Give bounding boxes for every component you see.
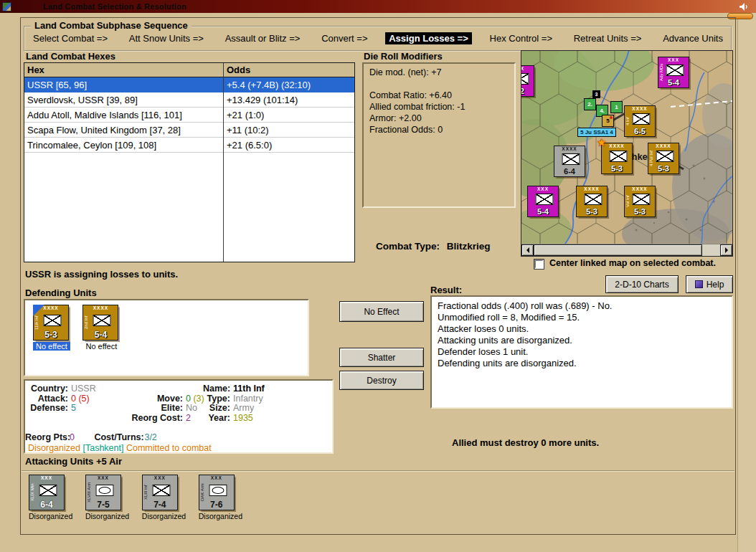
- unit-symbol-infantry: [39, 485, 57, 496]
- unit-strength-label: 6-4: [554, 167, 585, 176]
- elite-value: No: [186, 403, 197, 413]
- map-unit-counter[interactable]: XXXX Vol Inf 5-3: [624, 186, 656, 217]
- unit-strength-label: 7-6: [199, 500, 234, 509]
- map-stack-marker[interactable]: 5 Ju SSA1 4: [577, 128, 616, 137]
- table-row[interactable]: Scapa Flow, United Kingdom [37, 28] +11 …: [24, 123, 354, 138]
- hex-cell: Trincomalee, Ceylon [109, 108]: [24, 140, 223, 151]
- defending-unit-counter[interactable]: XXXX 2nd Inf 5-4: [82, 305, 118, 341]
- modifier-line: Armor: +2.00: [369, 113, 509, 125]
- result-line: Attacker loses 0 units.: [438, 323, 726, 335]
- size-value: Army: [233, 403, 254, 413]
- unit-strength-label: 5-4: [528, 207, 558, 216]
- table-row[interactable]: Sverdlovsk, USSR [39, 89] +13.429 (101:1…: [24, 92, 354, 108]
- defending-unit[interactable]: XXXX 2nd Inf 5-4 No effect: [82, 305, 120, 351]
- center-map-checkbox[interactable]: [534, 260, 544, 269]
- unit-status-label: Disorganized: [85, 512, 129, 520]
- cost-turns-value: 3/2: [144, 432, 156, 442]
- help-button-label: Help: [707, 280, 724, 290]
- destroy-button-label: Destroy: [367, 376, 396, 386]
- attacking-unit[interactable]: XXX DAK Arm 7-6 Disorganized: [199, 475, 242, 520]
- shatter-button-label: Shatter: [368, 353, 396, 363]
- unit-symbol-infantry: [152, 485, 170, 496]
- defense-value: 5: [71, 403, 76, 413]
- map-unit-counter[interactable]: XXXX 6-4: [554, 146, 585, 177]
- unit-symbol-infantry: [43, 315, 61, 326]
- detail-column-2: Move:0 (3) Elite:No Reorg Cost:2: [131, 384, 204, 422]
- unit-strength-label: 5-3: [602, 164, 632, 173]
- attacking-unit-counter[interactable]: XXX XLVIII Arm 7-5: [85, 475, 121, 510]
- map-unit-counter[interactable]: XXXX 5-3: [576, 186, 608, 217]
- map-stack-marker[interactable]: 1: [610, 101, 623, 113]
- subphase-step: Retreat Units =>: [570, 32, 646, 44]
- defending-unit-counter[interactable]: XXXX 11th Inf 5-3: [33, 305, 69, 341]
- detail-line-5: Reorg Pts:0 Cost/Turns:3/2: [25, 432, 157, 442]
- help-icon: [695, 280, 703, 288]
- map-unit-counter[interactable]: XXXX 5-3: [601, 143, 633, 174]
- table-row[interactable]: Addu Atoll, Maldive Islands [116, 101] +…: [24, 108, 354, 123]
- unit-effect-label: No effect: [82, 342, 120, 351]
- no-effect-button[interactable]: No Effect: [339, 301, 424, 322]
- subphase-sequence-groupbox: Land Combat Subphase Sequence Select Com…: [24, 26, 732, 52]
- hex-cell: USSR [65, 96]: [24, 80, 223, 90]
- speaker-icon[interactable]: [739, 3, 749, 11]
- map-unit-counter[interactable]: XXX Ady MDs 5-4: [658, 57, 689, 88]
- shatter-button[interactable]: Shatter: [339, 348, 424, 367]
- unit-status-label: Disorganized: [29, 512, 72, 520]
- attacking-unit-counter[interactable]: XXX DAK Arm 7-6: [199, 475, 235, 510]
- country-value: USSR: [71, 384, 96, 394]
- unit-symbol-infantry: [632, 113, 650, 125]
- attacking-unit[interactable]: XXX XLVIII Arm 7-5 Disorganized: [85, 475, 129, 520]
- reorg-pts-label: Reorg Pts:: [25, 432, 67, 442]
- table-row[interactable]: USSR [65, 96] +5.4 (+7.4B) (32:10): [24, 77, 354, 92]
- attacking-unit[interactable]: XXX XLIX Mtn 6-4 Disorganized: [29, 475, 72, 520]
- unit-symbol-infantry: [584, 194, 602, 205]
- map-unit-counter[interactable]: XXXX 4 Inf 6-5: [624, 105, 656, 137]
- table-row[interactable]: Trincomalee, Ceylon [109, 108] +21 (6.5:…: [24, 138, 354, 153]
- window-frame-line: [737, 13, 738, 552]
- defending-unit[interactable]: XXXX 11th Inf 5-3 No effect: [33, 305, 70, 351]
- type-value: Infantry: [233, 394, 263, 404]
- scroll-left-button[interactable]: [521, 244, 534, 256]
- subphase-step: Att Snow Units =>: [126, 32, 207, 44]
- subphase-step: Select Combat =>: [29, 32, 111, 44]
- unit-detail-panel: Country:USSR Attack:0 (5) Defense:5 Move…: [24, 379, 334, 454]
- app-icon[interactable]: [2, 2, 11, 11]
- result-line: Fractional odds (.400) roll was (.689) -…: [438, 300, 726, 312]
- scrollbar-thumb[interactable]: [534, 244, 702, 256]
- attacking-unit-counter[interactable]: XXX XLIX Mtn 6-4: [29, 475, 65, 510]
- map-unit-counter[interactable]: XXX 5-2: [521, 65, 534, 97]
- unit-effect-label: No effect: [33, 342, 70, 351]
- map-stack-marker[interactable]: 3: [592, 90, 600, 98]
- modifier-line: Fractional Odds: 0: [369, 125, 509, 136]
- map-viewport[interactable]: Tashkent 3 2. 4. 1 5 5 Ju SSA1 4 XXX: [521, 51, 732, 245]
- result-line: Attacking units are disorganized.: [438, 335, 726, 346]
- result-line: Defending units are disorganized.: [438, 358, 726, 369]
- modifier-line: Combat Ratio: +6.40: [369, 90, 509, 102]
- combat-map[interactable]: Tashkent 3 2. 4. 1 5 5 Ju SSA1 4 XXX: [521, 50, 733, 257]
- subphase-step: Assign Losses =>: [385, 32, 472, 44]
- scrollbar-track[interactable]: [534, 244, 720, 256]
- status-disorganized: Disorganized: [28, 443, 80, 453]
- attacking-unit-counter[interactable]: XXX XLIII Inf 7-4: [142, 475, 178, 510]
- titlebar-controls[interactable]: [739, 3, 749, 11]
- defending-units-title: Defending Units: [25, 287, 97, 298]
- detail-column-1: Country:USSR Attack:0 (5) Defense:5: [27, 384, 96, 413]
- defense-label: Defense:: [27, 403, 68, 413]
- column-header-odds: Odds: [223, 65, 354, 75]
- country-label: Country:: [27, 384, 68, 394]
- map-horizontal-scrollbar[interactable]: [521, 244, 732, 256]
- table-header: Hex Odds: [24, 63, 354, 77]
- scroll-right-button[interactable]: [720, 244, 732, 256]
- map-unit-counter[interactable]: XXX 5-4: [527, 186, 559, 217]
- result-panel: Fractional odds (.400) roll was (.689) -…: [430, 295, 733, 409]
- status-location: [Tashkent]: [82, 443, 123, 453]
- help-button[interactable]: Help: [686, 275, 733, 293]
- status-committed: Committed to combat: [126, 443, 212, 453]
- year-label: Year:: [203, 413, 230, 423]
- attacking-unit[interactable]: XXX XLIII Inf 7-4 Disorganized: [142, 475, 186, 520]
- map-stack-marker[interactable]: 5: [602, 115, 614, 127]
- map-stack-marker[interactable]: 2.: [584, 98, 596, 110]
- destroy-button[interactable]: Destroy: [339, 371, 424, 390]
- map-unit-counter[interactable]: XXXX 4 Pol Inf 5-3: [648, 143, 679, 174]
- charts-button[interactable]: 2-D-10 Charts: [605, 275, 679, 293]
